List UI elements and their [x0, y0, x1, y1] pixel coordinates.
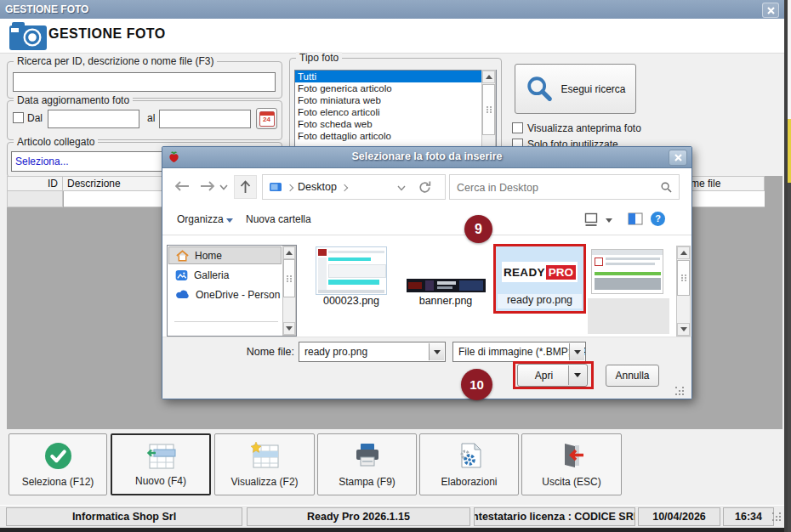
breadcrumb[interactable]: Desktop	[262, 174, 446, 200]
dialog-nav-bar: Desktop	[162, 168, 691, 205]
nuova-cartella-button[interactable]: Nuova cartella	[246, 213, 311, 225]
scroll-up-arrow-icon[interactable]	[482, 71, 495, 83]
dialog-search-input[interactable]	[455, 178, 646, 198]
visualizza-label: Visualizza (F2)	[215, 476, 314, 488]
column-header-id[interactable]: ID	[7, 176, 63, 191]
uscita-button[interactable]: Uscita (ESC)	[521, 433, 622, 495]
search-input[interactable]	[13, 72, 276, 92]
tipo-foto-scrollbar[interactable]	[481, 70, 496, 150]
file-name-label[interactable]: ready pro.png	[498, 294, 582, 308]
forward-icon[interactable]	[199, 180, 216, 192]
elaborazioni-label: Elaborazioni	[420, 476, 518, 488]
esegui-ricerca-label: Esegui ricerca	[561, 83, 625, 95]
elaborazioni-button[interactable]: Elaborazioni	[419, 433, 519, 495]
dialog-titlebar[interactable]: Selezionare la foto da inserire	[162, 147, 691, 168]
list-item[interactable]: Foto elenco articoli	[295, 106, 496, 118]
list-item[interactable]: Tutti	[295, 71, 496, 82]
scroll-up-arrow-icon[interactable]	[283, 246, 295, 259]
date-checkbox[interactable]	[13, 112, 24, 123]
tipo-foto-list: Tutti Foto generica articolo Foto miniat…	[294, 70, 497, 150]
scrollbar-thumb[interactable]	[677, 260, 690, 296]
recent-locations-chevron-icon[interactable]	[219, 184, 228, 190]
places-sidebar: Home Galleria OneDrive - Person	[167, 245, 297, 337]
calendar-icon: 24	[259, 111, 275, 127]
list-item[interactable]: Foto scheda web	[295, 118, 496, 130]
page-title: GESTIONE FOTO	[48, 26, 166, 42]
window-close-button[interactable]	[762, 3, 779, 18]
visualizza-button[interactable]: Visualizza (F2)	[214, 433, 315, 495]
scrollbar-thumb[interactable]	[283, 259, 295, 297]
breadcrumb-location[interactable]: Desktop	[298, 181, 337, 193]
apri-split-dropdown-icon[interactable]	[568, 365, 586, 385]
list-item[interactable]: Foto miniatura web	[295, 94, 496, 106]
file-thumbnail-ready-pro[interactable]: READYPRO ready pro.png	[496, 246, 583, 311]
file-thumbnail-banner[interactable]	[407, 279, 486, 292]
stampa-button[interactable]: Stampa (F9)	[317, 433, 417, 495]
address-dropdown-icon[interactable]	[397, 185, 406, 191]
filetype-combo[interactable]: File di immagine (*.BMP;*.JPG;*	[452, 342, 586, 362]
nuovo-button[interactable]: Nuovo (F4)	[111, 433, 211, 495]
list-item[interactable]: Foto dettaglio articolo	[295, 130, 496, 142]
scroll-down-arrow-icon[interactable]	[677, 323, 690, 336]
scrollbar-thumb[interactable]	[482, 84, 495, 135]
date-to-input[interactable]	[159, 110, 251, 128]
screen: GESTIONE FOTO GESTIONE FOTO Ricerca per …	[0, 0, 791, 532]
back-icon[interactable]	[174, 180, 191, 192]
date-from-input[interactable]	[48, 110, 139, 128]
refresh-icon[interactable]	[418, 180, 432, 195]
file-thumbnail-partial[interactable]	[591, 249, 663, 294]
status-version: Ready Pro 2026.1.15	[247, 507, 470, 526]
dialog-resize-grip[interactable]	[675, 387, 684, 395]
sidebar-item-home[interactable]: Home	[168, 246, 282, 264]
gears-document-icon	[420, 442, 518, 469]
column-header-nome-file[interactable]: me file	[684, 176, 765, 191]
status-company: Informatica Shop Srl	[6, 507, 242, 526]
file-thumbnail-partial-2[interactable]	[588, 298, 669, 334]
apri-button[interactable]: Apri	[517, 364, 588, 387]
combo-dropdown-icon[interactable]	[429, 343, 444, 360]
anteprima-checkbox[interactable]	[512, 122, 523, 133]
sidebar-item-label: Galleria	[194, 269, 229, 281]
list-item[interactable]: Foto generica articolo	[295, 82, 496, 94]
seleziona-button[interactable]: Seleziona (F12)	[9, 433, 107, 495]
dialog-close-button[interactable]	[669, 150, 687, 166]
scroll-down-arrow-icon[interactable]	[283, 322, 295, 335]
filename-combo[interactable]: ready pro.png	[299, 342, 446, 362]
annulla-button[interactable]: Annulla	[606, 365, 659, 387]
calendar-button[interactable]: 24	[256, 108, 277, 129]
window-bottom-edge	[0, 528, 784, 532]
organizza-menu[interactable]: Organizza	[177, 213, 224, 225]
search-group-label: Ricerca per ID, descrizione o nome file …	[14, 55, 217, 67]
sidebar-item-label: Home	[195, 250, 222, 262]
file-thumbnail-000023[interactable]	[316, 246, 387, 295]
preview-pane-icon[interactable]	[628, 212, 643, 225]
esegui-ricerca-button[interactable]: Esegui ricerca	[515, 64, 636, 114]
dialog-search-box[interactable]	[449, 174, 680, 200]
sidebar-item-galleria[interactable]: Galleria	[168, 266, 282, 284]
seleziona-label: Seleziona (F12)	[9, 476, 106, 488]
uscita-label: Uscita (ESC)	[522, 476, 621, 488]
dialog-footer: Nome file: ready pro.png File di immagin…	[162, 337, 691, 399]
search-icon	[525, 75, 554, 104]
file-name-label[interactable]: banner.png	[403, 295, 488, 307]
onedrive-cloud-icon	[175, 290, 190, 299]
combo-dropdown-icon[interactable]	[569, 343, 584, 360]
file-name-label[interactable]: 000023.png	[309, 295, 394, 307]
filetype-value: File di immagine (*.BMP;*.JPG;*	[458, 346, 586, 358]
background-sliver-yellow	[788, 119, 791, 183]
view-mode-dropdown-icon[interactable]	[606, 218, 612, 223]
up-button[interactable]	[234, 175, 257, 199]
nuovo-label: Nuovo (F4)	[112, 475, 209, 487]
scroll-up-arrow-icon[interactable]	[677, 246, 690, 259]
help-icon[interactable]: ?	[651, 212, 665, 226]
view-mode-icon[interactable]	[584, 212, 600, 227]
status-resize-grip[interactable]	[772, 512, 781, 521]
sidebar-scrollbar[interactable]	[282, 246, 296, 336]
desktop-icon	[269, 182, 282, 193]
files-scrollbar[interactable]	[676, 246, 691, 337]
background-sliver	[788, 0, 791, 119]
sidebar-item-onedrive[interactable]: OneDrive - Person	[168, 286, 282, 303]
filter-cell-id[interactable]	[7, 191, 63, 207]
annulla-label: Annulla	[615, 370, 649, 382]
status-date: 10/04/2026	[638, 507, 720, 526]
